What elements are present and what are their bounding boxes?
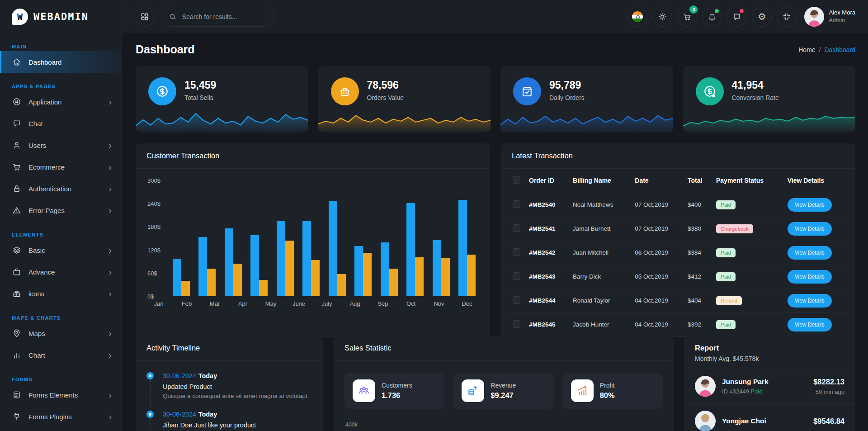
breadcrumb-home[interactable]: Home (798, 46, 815, 53)
stat-card-total-sells: 15,459Total Sells (136, 66, 308, 133)
series-orange-bar (389, 269, 398, 296)
table-row: #MB2540Neal Matthews07 Oct,2019$400PaidV… (505, 193, 851, 217)
sidebar-item-application[interactable]: Application› (0, 91, 122, 113)
view-details-button[interactable]: View Details (788, 270, 832, 284)
column-header-total: Total (684, 169, 712, 193)
x-tick-label: Sep (374, 300, 392, 307)
series-orange-bar (233, 264, 242, 296)
apps-grid-button[interactable] (135, 7, 155, 27)
sales-tile-customers: Customers1.736 (344, 373, 444, 409)
billing-name: Jamal Burnett (569, 217, 631, 241)
user-menu[interactable]: Alex MoraAdmin (804, 7, 855, 27)
grid-icon (140, 12, 149, 21)
billing-name: Neal Matthews (569, 193, 631, 217)
dollar-coin-icon (148, 77, 176, 105)
bar-group-sep (381, 180, 398, 296)
theme-toggle-button[interactable] (652, 7, 672, 27)
sidebar-item-ecommerce[interactable]: Ecommerce› (0, 156, 122, 178)
row-checkbox[interactable] (513, 200, 520, 208)
sidebar-item-basic[interactable]: Basic› (0, 239, 122, 261)
sidebar-item-authentication[interactable]: Authentication› (0, 178, 122, 199)
series-blue-bar (406, 203, 415, 296)
view-details-button[interactable]: View Details (788, 198, 832, 212)
report-paid-status: Paid (751, 388, 763, 395)
bell-icon (708, 12, 717, 21)
nav-section-label: APPS & PAGES (12, 84, 122, 89)
column-header-order-id: Order ID (525, 169, 569, 193)
sidebar-item-advance[interactable]: Advance› (0, 261, 122, 283)
logo[interactable]: W WEBADMIN (0, 0, 122, 33)
messages-button[interactable] (727, 7, 747, 27)
search-input[interactable] (182, 13, 266, 20)
layers-icon (12, 245, 22, 255)
column-header-billing-name: Billing Name (569, 169, 631, 193)
row-checkbox[interactable] (513, 224, 520, 232)
series-orange-bar (311, 260, 320, 296)
view-details-button[interactable]: View Details (788, 294, 832, 308)
fullscreen-toggle-button[interactable] (777, 7, 797, 27)
select-all-checkbox[interactable] (513, 176, 520, 184)
view-details-button[interactable]: View Details (788, 222, 832, 236)
x-tick-label: Dec (458, 300, 476, 307)
report-amount: $9546.84 (813, 417, 844, 426)
sparkline-chart (136, 111, 308, 133)
row-checkbox[interactable] (513, 272, 520, 280)
order-date: 06 Oct,2019 (631, 241, 684, 265)
row-checkbox[interactable] (513, 320, 520, 328)
sales-chart-axis-label: 400k (345, 422, 674, 428)
sidebar-item-label: Chart (28, 351, 45, 359)
search-box[interactable] (161, 7, 274, 27)
breadcrumb: Home / Dashboard (798, 46, 855, 53)
order-id: #MB2545 (525, 313, 569, 336)
bar-group-june (302, 180, 320, 296)
x-tick-label: Nov (430, 300, 448, 307)
user-role: Admin (829, 17, 855, 24)
notifications-button[interactable] (702, 7, 722, 27)
bar-group-dec (458, 180, 476, 296)
notification-dot (740, 9, 744, 13)
row-checkbox[interactable] (513, 248, 520, 256)
language-flag-button[interactable] (627, 7, 647, 27)
order-total: $392 (684, 313, 712, 336)
sidebar-item-maps[interactable]: Maps› (0, 322, 122, 344)
sidebar-item-chart[interactable]: Chart› (0, 344, 122, 366)
stat-value: 41,954 (732, 79, 779, 91)
series-blue-bar (277, 221, 285, 296)
sidebar-item-label: Ecommerce (28, 163, 65, 171)
view-details-button[interactable]: View Details (788, 318, 832, 332)
settings-button[interactable]: ⚙ (752, 7, 772, 27)
series-blue-bar (173, 259, 181, 296)
sidebar: W WEBADMIN MAINDashboardAPPS & PAGESAppl… (0, 0, 122, 431)
sidebar-item-forms-elements[interactable]: Forms Elements› (0, 384, 122, 406)
sidebar-item-users[interactable]: Users› (0, 134, 122, 156)
sidebar-item-error-pages[interactable]: Error Pages› (0, 199, 122, 221)
row-checkbox[interactable] (513, 296, 520, 304)
series-blue-bar (302, 221, 311, 296)
sidebar-item-icons[interactable]: icons› (0, 283, 122, 304)
payment-status-badge: Paid (716, 272, 736, 281)
latest-transaction-card: Latest Transaction Order IDBilling NameD… (501, 143, 855, 337)
sidebar-item-chat[interactable]: Chat (0, 113, 122, 134)
logo-mark-icon: W (12, 9, 28, 25)
chevron-right-icon: › (108, 164, 112, 170)
customer-transaction-chart: 300$240$180$120$60$0$ (170, 180, 478, 296)
billing-name: Jacob Hunter (569, 313, 631, 336)
cart-button[interactable]: 4 (677, 7, 697, 27)
sales-statistic-card: Sales Statistic Customers1.736Revenue$9.… (334, 336, 674, 431)
breadcrumb-current[interactable]: Dashboard (825, 46, 856, 53)
sidebar-item-dashboard[interactable]: Dashboard (0, 51, 122, 73)
bar-group-july (329, 180, 346, 296)
report-time: 50 min ago (813, 388, 844, 395)
report-name: Junsung Park (722, 378, 769, 386)
stat-card-conversion-rate: 41,954Conversion Rate (683, 66, 856, 133)
view-details-button[interactable]: View Details (788, 246, 832, 260)
order-id: #MB2542 (525, 241, 569, 265)
form-icon (12, 390, 22, 400)
order-date: 04 Oct,2019 (631, 313, 684, 336)
transactions-table: Order IDBilling NameDateTotalPayment Sta… (505, 169, 851, 337)
chevron-right-icon: › (108, 142, 112, 148)
timeline-entry: 30-06-2024 TodayUpdated ProductQuisque a… (146, 372, 312, 410)
package-check-icon (513, 77, 541, 105)
activity-timeline-card: Activity Timeline 30-06-2024 TodayUpdate… (136, 336, 323, 431)
sidebar-item-forms-plugins[interactable]: Forms Plugins› (0, 406, 122, 427)
